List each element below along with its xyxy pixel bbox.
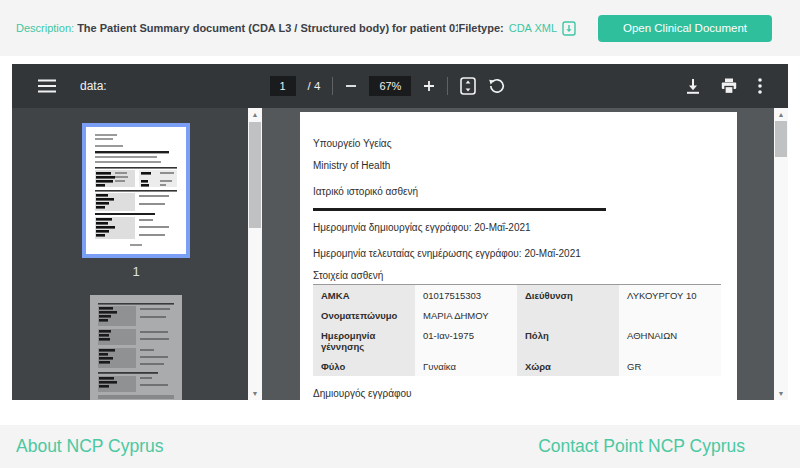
cell-value: GR — [619, 356, 721, 376]
filetype-label: Filetype: — [458, 22, 503, 34]
menu-icon[interactable] — [38, 79, 56, 93]
cell-value: Γυναίκα — [415, 356, 517, 376]
pdf-viewer: data: / 4 67% — [12, 64, 788, 400]
description: Description: The Patient Summary documen… — [0, 22, 458, 34]
sidebar-scrollbar[interactable]: ▲ ▼ — [248, 108, 262, 400]
rotate-icon[interactable] — [488, 77, 506, 95]
doc-date-created: Ημερομηνία δημιουργίας εγγράφου: 20-Μαΐ-… — [313, 222, 721, 233]
filetype-value: CDA XML — [509, 22, 557, 34]
thumbnail-page-2-preview — [90, 295, 182, 400]
pdf-toolbar: data: / 4 67% — [12, 64, 788, 108]
cell-label: Φύλο — [313, 356, 415, 376]
doc-subtitle: Ιατρικό ιστορικό ασθενή — [313, 186, 721, 197]
table-row: ΑΜΚΑ 01017515303 Διεύθυνση ΛΥΚΟΥΡΓΟΥ 10 — [313, 285, 721, 305]
doc-divider — [313, 208, 606, 211]
description-text: The Patient Summary document (CDA L3 / S… — [77, 22, 458, 34]
thumbnail-sidebar: 1 — [12, 108, 248, 400]
cell-label: Ονοματεπώνυμο — [313, 305, 415, 325]
toolbar-divider — [447, 77, 448, 95]
document-page-1: Υπουργείο Υγείας Ministry of Health Ιατρ… — [300, 112, 737, 400]
cell-value — [619, 305, 721, 325]
scroll-down-arrow[interactable]: ▼ — [774, 387, 788, 400]
cell-label: Ημερομηνία γέννησης — [313, 325, 415, 356]
document-download-icon — [562, 21, 576, 36]
document-scrollbar[interactable]: ▲ ▼ — [774, 108, 788, 400]
scrollbar-thumb[interactable] — [775, 121, 787, 157]
thumbnail-page-1[interactable] — [82, 123, 190, 258]
viewer-body: 1 — [12, 108, 788, 400]
scroll-up-arrow[interactable]: ▲ — [774, 108, 788, 121]
cell-label: ΑΜΚΑ — [313, 285, 415, 305]
page-number-input[interactable] — [270, 76, 296, 96]
cell-value: 01017515303 — [415, 285, 517, 305]
page-footer: About NCP Cyprus Contact Point NCP Cypru… — [0, 425, 800, 468]
cell-label: Διεύθυνση — [517, 285, 619, 305]
toolbar-divider — [332, 77, 333, 95]
fit-page-icon[interactable] — [460, 77, 476, 95]
cell-label: Πόλη — [517, 325, 619, 356]
description-label: Description: — [16, 22, 74, 34]
thumbnail-page-1-label: 1 — [82, 264, 190, 279]
patient-section-title: Στοιχεία ασθενή — [313, 270, 721, 285]
about-ncp-link[interactable]: About NCP Cyprus — [16, 436, 164, 457]
doc-date-updated: Ημερομηνία τελευταίας ενημέρωσης εγγράφο… — [313, 248, 721, 259]
author-section-title: Δημιουργός εγγράφου — [313, 388, 721, 400]
zoom-level: 67% — [369, 76, 411, 96]
document-title: data: — [80, 79, 107, 93]
filetype: Filetype: CDA XML — [458, 21, 576, 36]
zoom-in-icon[interactable] — [423, 80, 435, 92]
cell-value: 01-Ιαν-1975 — [415, 325, 517, 356]
cell-value: ΑΘΗΝΑΙΩΝ — [619, 325, 721, 356]
doc-header-gr: Υπουργείο Υγείας — [313, 138, 721, 149]
scrollbar-thumb[interactable] — [249, 122, 261, 228]
table-row: Ημερομηνία γέννησης 01-Ιαν-1975 Πόλη ΑΘΗ… — [313, 325, 721, 356]
thumbnail-page-1-preview — [86, 127, 186, 254]
cell-label: Χώρα — [517, 356, 619, 376]
more-options-icon[interactable] — [758, 78, 762, 94]
table-row: Φύλο Γυναίκα Χώρα GR — [313, 356, 721, 376]
app-header: Description: The Patient Summary documen… — [0, 0, 800, 56]
document-area: Υπουργείο Υγείας Ministry of Health Ιατρ… — [262, 108, 774, 400]
page-count: / 4 — [308, 80, 321, 92]
contact-ncp-link[interactable]: Contact Point NCP Cyprus — [538, 436, 745, 457]
cell-value: ΛΥΚΟΥΡΓΟΥ 10 — [619, 285, 721, 305]
scroll-down-arrow[interactable]: ▼ — [248, 387, 262, 400]
table-row: Ονοματεπώνυμο ΜΑΡΙΑ ΔΗΜΟΥ — [313, 305, 721, 325]
open-clinical-document-button[interactable]: Open Clinical Document — [598, 15, 772, 42]
zoom-out-icon[interactable] — [345, 80, 357, 92]
scroll-up-arrow[interactable]: ▲ — [248, 108, 262, 121]
cell-label — [517, 305, 619, 325]
thumbnail-page-2[interactable] — [90, 295, 182, 400]
print-icon[interactable] — [721, 78, 737, 94]
download-icon[interactable] — [686, 78, 700, 94]
cell-value: ΜΑΡΙΑ ΔΗΜΟΥ — [415, 305, 517, 325]
patient-table: ΑΜΚΑ 01017515303 Διεύθυνση ΛΥΚΟΥΡΓΟΥ 10 … — [313, 285, 721, 376]
doc-header-en: Ministry of Health — [313, 160, 721, 171]
